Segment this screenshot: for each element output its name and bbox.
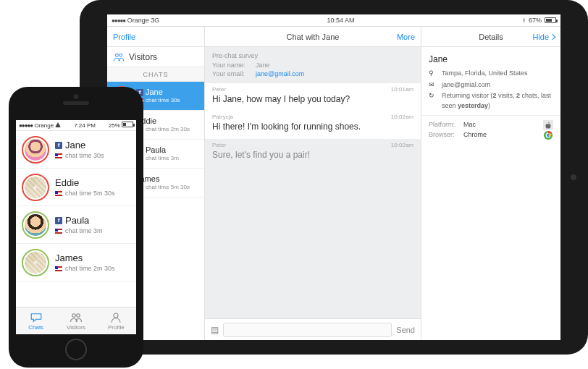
chat-meta: chat time 5m 30s xyxy=(65,190,115,197)
pin-icon: ⚲ xyxy=(429,69,437,79)
ipad-app: Profile Visitors CHATS fJane chat time 3… xyxy=(107,26,560,340)
chat-meta: chat time 3m xyxy=(146,155,179,162)
platform-label: Platform: xyxy=(429,120,463,130)
prechat-survey: Pre-chat survey Your name:Jane Your emai… xyxy=(205,47,421,83)
tab-profile[interactable]: Profile xyxy=(96,308,136,334)
message-time: 10:02am xyxy=(391,142,413,148)
details-email: jane@gmial.com xyxy=(442,80,490,90)
chat-name: Eddie xyxy=(55,177,79,188)
prechat-heading: Pre-chat survey xyxy=(212,51,413,61)
details-name: Jane xyxy=(429,53,553,66)
prechat-email-value[interactable]: jane@gmail.com xyxy=(256,69,304,79)
flag-us-icon xyxy=(55,266,62,271)
svg-point-7 xyxy=(77,313,80,317)
carrier-label: Orange xyxy=(34,122,54,129)
visitors-label: Visitors xyxy=(129,52,157,62)
message-author: Peter xyxy=(212,86,226,93)
prechat-email-label: Your email: xyxy=(212,69,251,79)
message-body: Sure, let's find you a pair! xyxy=(212,150,413,161)
chrome-icon xyxy=(543,130,553,140)
chat-meta: chat time 3m xyxy=(65,227,103,234)
chat-meta: chat time 5m 30s xyxy=(146,184,190,191)
ipad-status-bar: ●●●●● Orange 3G 10:54 AM ᚼ67% xyxy=(107,14,560,26)
clock: 10:54 AM xyxy=(327,17,355,24)
compose-input[interactable] xyxy=(223,323,392,337)
battery-icon xyxy=(545,17,556,23)
clock: 7:24 PM xyxy=(74,122,96,129)
svg-point-8 xyxy=(114,313,118,318)
message-body: Hi Jane, how may I help you today? xyxy=(212,94,413,106)
avatar xyxy=(22,174,49,201)
flag-us-icon xyxy=(55,153,62,158)
svg-point-1 xyxy=(119,54,122,56)
tab-chats[interactable]: Chats xyxy=(16,308,56,334)
chat-name: Paula xyxy=(146,145,166,155)
details-location: Tampa, Florida, United States xyxy=(442,69,528,79)
message: Patrycja10:02am Hi there! I'm looking fo… xyxy=(205,111,421,139)
svg-point-6 xyxy=(72,313,76,317)
message-body: Hi there! I'm looking for running shoes. xyxy=(212,122,413,133)
attachment-icon[interactable]: ▤ xyxy=(211,325,219,335)
hide-link[interactable]: Hide xyxy=(521,33,555,41)
ipad-device: ●●●●● Orange 3G 10:54 AM ᚼ67% Profile Vi… xyxy=(80,0,588,355)
avatar xyxy=(22,249,49,276)
tab-visitors[interactable]: Visitors xyxy=(56,308,96,334)
signal-icon: ●●●●● xyxy=(19,122,33,129)
conversation-pane: Chat with Jane More Pre-chat survey Your… xyxy=(205,27,421,340)
message: Peter10:01am Hi Jane, how may I help you… xyxy=(205,83,421,111)
svg-point-0 xyxy=(115,54,118,56)
send-button[interactable]: Send xyxy=(396,326,415,334)
signal-icon: ●●●●● xyxy=(112,17,125,24)
carrier-label: Orange 3G xyxy=(127,17,160,24)
visitors-icon xyxy=(70,312,83,323)
message: Peter10:02am Sure, let's find you a pair… xyxy=(205,139,421,167)
flag-us-icon xyxy=(55,229,62,234)
conversation-top: Chat with Jane More xyxy=(205,27,421,47)
details-pane: Details Hide Jane ⚲Tampa, Florida, Unite… xyxy=(421,27,560,340)
message-author: Patrycja xyxy=(212,114,233,120)
refresh-icon: ↻ xyxy=(429,91,437,101)
phone-chat-list: fJane chat time 30s Eddie chat time 5m 3… xyxy=(16,130,136,307)
home-button[interactable] xyxy=(65,339,87,360)
mail-icon: ✉ xyxy=(429,80,437,90)
battery-label: 25% xyxy=(109,122,120,129)
bluetooth-icon: ᚼ xyxy=(522,17,526,24)
message-list: Peter10:01am Hi Jane, how may I help you… xyxy=(205,83,421,167)
iphone-device: ●●●●● Orange 7:24 PM 25% fJane chat time… xyxy=(9,87,143,368)
iphone-status-bar: ●●●●● Orange 7:24 PM 25% xyxy=(16,120,136,130)
details-returning: Returning visitor (2 visits, 2 chats, la… xyxy=(442,91,553,111)
iphone-screen: ●●●●● Orange 7:24 PM 25% fJane chat time… xyxy=(16,120,136,334)
chat-name: Jane xyxy=(146,88,163,97)
phone-chat-item[interactable]: James chat time 2m 30s xyxy=(16,244,136,281)
tab-bar: Chats Visitors Profile xyxy=(16,307,136,334)
phone-chat-item[interactable]: fPaula chat time 3m xyxy=(16,206,136,244)
avatar xyxy=(22,136,49,164)
chat-meta: chat time 30s xyxy=(65,152,104,159)
battery-label: 67% xyxy=(529,17,542,24)
visitors-header[interactable]: Visitors xyxy=(107,47,204,67)
chats-section-label: CHATS xyxy=(107,67,204,82)
prechat-name-label: Your name: xyxy=(212,61,251,70)
sidebar-top: Profile xyxy=(107,27,204,47)
phone-chat-item[interactable]: Eddie chat time 5m 30s xyxy=(16,169,136,206)
chat-meta: chat time 30s xyxy=(146,97,180,104)
browser-label: Browser: xyxy=(429,130,463,140)
chat-meta: chat time 2m 30s xyxy=(146,126,190,133)
details-title: Details xyxy=(461,33,521,41)
facebook-icon: f xyxy=(55,142,62,149)
details-body: Jane ⚲Tampa, Florida, United States ✉jan… xyxy=(421,47,560,146)
profile-link[interactable]: Profile xyxy=(113,33,146,41)
avatar xyxy=(22,211,49,239)
phone-chat-item[interactable]: fJane chat time 30s xyxy=(16,131,136,169)
details-top: Details Hide xyxy=(421,27,560,47)
chat-name: Paula xyxy=(65,215,89,226)
profile-icon xyxy=(109,312,122,323)
mac-icon xyxy=(543,120,553,130)
platform-value: Mac xyxy=(463,120,543,130)
message-time: 10:01am xyxy=(391,86,413,93)
chat-icon xyxy=(30,312,43,323)
chat-name: Jane xyxy=(65,140,85,150)
message-time: 10:02am xyxy=(391,114,413,120)
more-link[interactable]: More xyxy=(382,33,415,41)
message-author: Peter xyxy=(212,142,226,148)
